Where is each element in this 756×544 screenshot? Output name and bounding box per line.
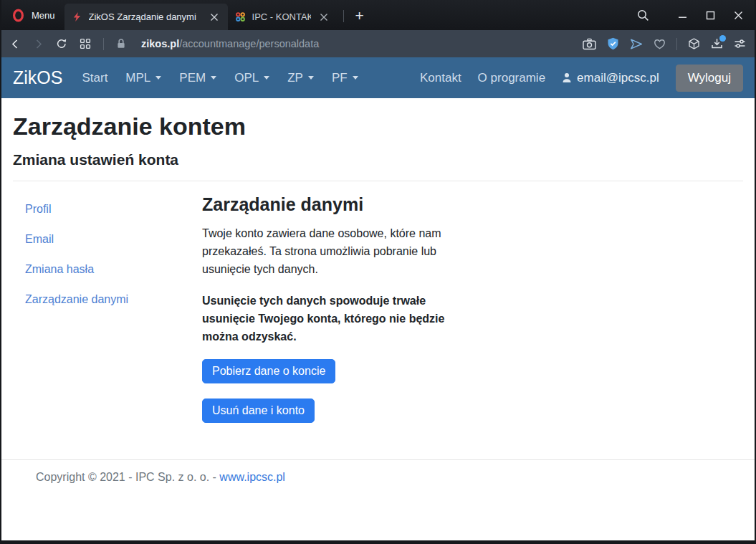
delete-account-button[interactable]: Usuń dane i konto — [202, 399, 315, 423]
tab-ipc[interactable]: IPC - KONTAKT — [228, 4, 338, 30]
nav-link-kontakt[interactable]: Kontakt — [420, 71, 461, 85]
extensions-cube-icon[interactable] — [688, 38, 700, 49]
tab-strip: Menu ZikOS Zarządanie danymi IPC - KONTA… — [1, 0, 755, 30]
copyright-text: Copyright © 2021 - IPC Sp. z o. o. - — [36, 471, 219, 483]
nav-link-pf[interactable]: PF — [332, 71, 358, 85]
new-tab-button[interactable]: + — [348, 7, 371, 24]
tab-zikos[interactable]: ZikOS Zarządanie danymi — [64, 4, 228, 30]
user-account-link[interactable]: email@ipcsc.pl — [562, 71, 659, 85]
intro-paragraph: Twoje konto zawiera dane osobowe, które … — [202, 225, 466, 278]
nav-link-o-programie[interactable]: O programie — [478, 71, 545, 85]
shield-check-icon[interactable] — [607, 37, 619, 50]
browser-window: Menu ZikOS Zarządanie danymi IPC - KONTA… — [0, 0, 756, 544]
nav-link-start[interactable]: Start — [82, 71, 107, 85]
chevron-down-icon — [353, 76, 358, 80]
page-subtitle: Zmiana ustawień konta — [13, 151, 743, 168]
download-data-button[interactable]: Pobierz dane o koncie — [202, 359, 335, 383]
easy-setup-sliders-icon[interactable] — [734, 38, 746, 49]
warning-paragraph: Usunięcie tych danych spowoduje trwałe u… — [202, 292, 466, 345]
sidebar-item-zarzadzanie-danymi[interactable]: Zarządzanie danymi — [25, 293, 202, 306]
url-field[interactable]: zikos.pl/accountmanage/personaldata — [141, 38, 319, 49]
addressbar-separator — [676, 38, 677, 50]
url-host: zikos.pl — [141, 38, 179, 49]
logout-button[interactable]: Wyloguj — [676, 65, 743, 92]
joomla-favicon-icon — [235, 11, 246, 22]
sidebar-item-zmiana-hasla[interactable]: Zmiana hasła — [25, 263, 202, 276]
nav-link-zp[interactable]: ZP — [287, 71, 314, 85]
minimize-icon[interactable] — [678, 11, 687, 20]
nav-link-mpl[interactable]: MPL — [125, 71, 161, 85]
tab-title: IPC - KONTAKT — [252, 11, 311, 22]
chevron-down-icon — [155, 76, 161, 80]
page-title: Zarządzanie kontem — [13, 113, 743, 140]
speed-dial-icon[interactable] — [80, 38, 91, 49]
back-icon[interactable] — [10, 39, 21, 49]
heart-bookmark-icon[interactable] — [654, 39, 666, 49]
site-navbar: ZikOS Start MPL PEM OPL ZP PF Kontakt O … — [1, 57, 755, 98]
footer-link-ipcsc[interactable]: www.ipcsc.pl — [219, 471, 285, 483]
chevron-down-icon — [308, 76, 314, 80]
zikos-favicon-icon — [72, 11, 82, 22]
forward-icon[interactable] — [33, 39, 44, 49]
chevron-down-icon — [211, 76, 216, 80]
tab-close-icon[interactable] — [317, 11, 330, 24]
tab-separator — [343, 10, 344, 22]
page-content: Zarządzanie kontem Zmiana ustawień konta… — [1, 98, 755, 540]
nav-link-pem[interactable]: PEM — [179, 71, 216, 85]
page-footer: Copyright © 2021 - IPC Sp. z o. o. - www… — [1, 459, 755, 484]
account-sidebar: Profil Email Zmiana hasła Zarządzanie da… — [13, 193, 202, 438]
data-management-section: Zarządanie danymi Twoje konto zawiera da… — [202, 193, 743, 438]
download-notification-dot — [719, 35, 726, 42]
snapshot-camera-icon[interactable] — [583, 38, 596, 50]
person-icon — [562, 72, 572, 83]
nav-link-opl[interactable]: OPL — [234, 71, 269, 85]
url-path: /accountmanage/personaldata — [179, 38, 319, 49]
reload-icon[interactable] — [56, 38, 67, 49]
address-bar: zikos.pl/accountmanage/personaldata — [1, 30, 755, 57]
tab-title: ZikOS Zarządanie danymi — [89, 11, 201, 22]
maximize-icon[interactable] — [706, 11, 715, 20]
sidebar-item-profil[interactable]: Profil — [25, 203, 202, 216]
my-flow-paper-plane-icon[interactable] — [630, 39, 643, 49]
lock-icon[interactable] — [116, 38, 126, 49]
tab-close-icon[interactable] — [208, 11, 221, 24]
chevron-down-icon — [264, 76, 269, 80]
browser-menu-button[interactable]: Menu — [1, 0, 64, 30]
close-icon[interactable] — [734, 11, 743, 20]
addressbar-separator — [103, 38, 104, 50]
opera-logo-icon — [11, 9, 25, 22]
downloads-icon[interactable] — [711, 38, 723, 49]
search-icon[interactable] — [637, 9, 649, 22]
menu-label: Menu — [32, 10, 55, 21]
brand-zikos[interactable]: ZikOS — [13, 67, 62, 88]
section-heading: Zarządanie danymi — [202, 194, 743, 215]
sidebar-item-email[interactable]: Email — [25, 233, 202, 246]
user-email: email@ipcsc.pl — [577, 71, 659, 85]
